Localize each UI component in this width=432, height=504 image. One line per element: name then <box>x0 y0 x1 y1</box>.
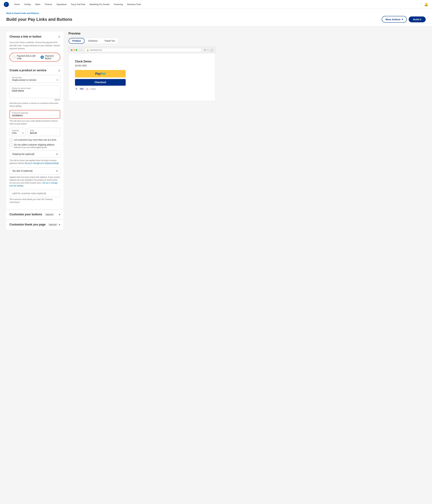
nav-item-home[interactable]: Home <box>12 0 22 9</box>
right-panel: Preview Product Checkout Thank You ‹ › � <box>68 32 216 230</box>
more-actions-button[interactable]: More Actions ▾ <box>382 16 407 23</box>
radio-circle-payment-link <box>12 55 16 59</box>
customize-thankyou-title: Customize thank you page Optional <box>9 223 57 226</box>
currency-field: Currency USD ▾ <box>9 128 26 136</box>
customize-buttons-chevron: ▾ <box>59 213 60 216</box>
choose-link-description: If you don't have a website, choose the … <box>9 41 60 50</box>
tax-chevron-icon: ▾ <box>56 170 57 172</box>
shipping-fee-field: Shipping fee (optional) ▾ This will be s… <box>9 150 60 165</box>
more-payment-icons: +more <box>90 88 96 90</box>
product-name-label: Product or service name <box>12 87 58 89</box>
nav-item-activity[interactable]: Activity <box>22 0 33 9</box>
no-shipping-label-group: Do not collect customer shipping address… <box>14 144 55 149</box>
preview-product-name: Clock Demo <box>75 60 92 63</box>
add-tab-icon[interactable]: + <box>207 49 209 52</box>
choose-link-header[interactable]: Choose a link or button ∧ <box>6 32 63 41</box>
customer-notes-input[interactable] <box>12 192 58 195</box>
browser-address-bar[interactable]: 🔒 merchant.com <box>85 48 202 52</box>
navigation: P Home Activity Sales Finance Operations… <box>0 0 432 9</box>
build-it-button[interactable]: Build It <box>409 17 426 22</box>
mastercard-icon: ●● <box>85 88 89 90</box>
page-header: Back to Saved Links and Buttons Build yo… <box>0 9 432 27</box>
buy-more-checkbox-row: Let customers buy more than one at a tim… <box>9 139 60 142</box>
no-shipping-label: Do not collect customer shipping address <box>14 144 55 146</box>
left-wrapper: Choose a link or button ∧ If you don't h… <box>6 32 63 230</box>
browser-dot-green <box>76 49 77 51</box>
tabs-icon[interactable]: ⬜ <box>210 49 213 52</box>
price-row: Currency USD ▾ Price <box>9 128 60 136</box>
product-id-label: Product ID (optional) <box>12 112 58 114</box>
product-name-input[interactable]: Clock Demo <box>12 90 58 96</box>
shipping-settings-link[interactable]: Set up or manage your shipping settings <box>25 162 59 164</box>
paypal-logo[interactable]: P <box>4 2 9 7</box>
create-product-header[interactable]: Create a product or service ∧ <box>6 65 63 75</box>
browser-nav: ‹ › <box>80 49 83 52</box>
tab-thankyou[interactable]: Thank You <box>101 38 118 44</box>
radio-group-highlight: Payment link & QR code Payment Button <box>9 53 60 62</box>
browser-back-button[interactable]: ‹ <box>80 49 81 52</box>
shipping-fee-dropdown[interactable]: Shipping fee (optional) ▾ <box>9 150 60 158</box>
customer-notes-field: Tell customers what details you need, li… <box>9 190 60 204</box>
currency-select[interactable]: USD ▾ <box>12 132 23 134</box>
product-id-highlighted: Product ID (optional) <box>9 110 60 119</box>
customer-notes-hint: Tell customers what details you need, li… <box>9 198 60 204</box>
tab-checkout[interactable]: Checkout <box>85 38 101 44</box>
buy-more-label: Let customers buy more than one at a tim… <box>14 139 57 141</box>
browser-toolbar: ‹ › 🔒 merchant.com ⬆ + ⬜ <box>69 46 215 54</box>
customize-buttons-section[interactable]: Customize your buttons Optional ▾ <box>6 209 63 219</box>
choose-link-chevron: ∧ <box>58 35 60 38</box>
nav-item-business-tools[interactable]: Business Tools <box>125 0 143 9</box>
tax-rate-field: Tax rate % (optional) ▾ Applied when the… <box>9 167 60 187</box>
product-id-hint: This will show up in your order details … <box>9 119 60 125</box>
browser-content: Clock Demo 15.00 USD PayPal Checkout P V… <box>69 54 215 101</box>
type-select[interactable]: Single product or service ▾ <box>12 79 58 81</box>
choose-link-section: Choose a link or button ∧ If you don't h… <box>6 32 63 65</box>
create-product-section: Create a product or service ∧ Choose typ… <box>6 65 63 209</box>
product-id-input[interactable] <box>12 114 58 117</box>
preview-title: Preview <box>68 32 216 35</box>
svg-text:P: P <box>5 3 7 6</box>
left-panel: Choose a link or button ∧ If you don't h… <box>6 32 63 230</box>
nav-item-finance[interactable]: Finance <box>43 0 54 9</box>
nav-items: Home Activity Sales Finance Operations P… <box>12 0 143 9</box>
radio-payment-button[interactable]: Payment Button <box>41 55 57 60</box>
back-link[interactable]: Back to Saved Links and Buttons <box>6 12 426 14</box>
browser-mock: ‹ › 🔒 merchant.com ⬆ + ⬜ Clock Demo 15.0… <box>68 46 216 101</box>
tab-product[interactable]: Product <box>69 38 85 44</box>
nav-item-marketing[interactable]: Marketing For Growth <box>87 0 112 9</box>
share-icon[interactable]: ⬆ <box>204 49 206 52</box>
page-title: Build your Pay Links and Buttons <box>6 17 72 22</box>
tax-rate-dropdown[interactable]: Tax rate % (optional) ▾ <box>9 167 60 174</box>
buy-more-checkbox[interactable] <box>9 139 12 142</box>
paypal-icon: P <box>75 88 78 90</box>
browser-url: merchant.com <box>90 49 102 51</box>
customize-buttons-title: Customize your buttons Optional <box>9 213 54 216</box>
notification-bell[interactable]: 🔔 <box>424 2 428 6</box>
nav-item-pay-get-paid[interactable]: Pay & Get Paid <box>69 0 87 9</box>
browser-actions: ⬆ + ⬜ <box>204 49 213 52</box>
type-label: Choose type <box>12 76 58 78</box>
preview-paypal-button[interactable]: PayPal <box>75 70 126 77</box>
radio-circle-payment-button <box>41 55 44 59</box>
create-product-body: Choose type Single product or service ▾ … <box>6 75 63 209</box>
browser-forward-button[interactable]: › <box>82 49 82 52</box>
nav-item-financing[interactable]: Financing <box>112 0 125 9</box>
nav-item-operations[interactable]: Operations <box>54 0 69 9</box>
visa-icon: VISA <box>79 88 84 90</box>
tax-hint: Applied when the buyer enters their addr… <box>9 176 60 187</box>
customize-thankyou-badge: Optional <box>48 224 57 226</box>
no-shipping-checkbox[interactable] <box>9 144 12 146</box>
type-chevron-icon: ▾ <box>57 79 58 81</box>
product-id-field: Product ID (optional) This will show up … <box>9 110 60 125</box>
price-input[interactable] <box>30 132 58 134</box>
preview-tabs: Product Checkout Thank You <box>68 38 119 44</box>
preview-checkout-button[interactable]: Checkout <box>75 79 126 86</box>
browser-dot-red <box>71 49 73 51</box>
product-name-field: Product or service name Clock Demo 10/12… <box>9 86 60 108</box>
main-content: Choose a link or button ∧ If you don't h… <box>0 27 222 235</box>
nav-item-sales[interactable]: Sales <box>33 0 43 9</box>
radio-payment-link[interactable]: Payment link & QR code <box>12 55 36 60</box>
create-product-chevron: ∧ <box>58 69 60 72</box>
customize-thankyou-section[interactable]: Customize thank you page Optional ▾ <box>6 220 63 230</box>
header-actions: More Actions ▾ Build It <box>382 16 426 23</box>
